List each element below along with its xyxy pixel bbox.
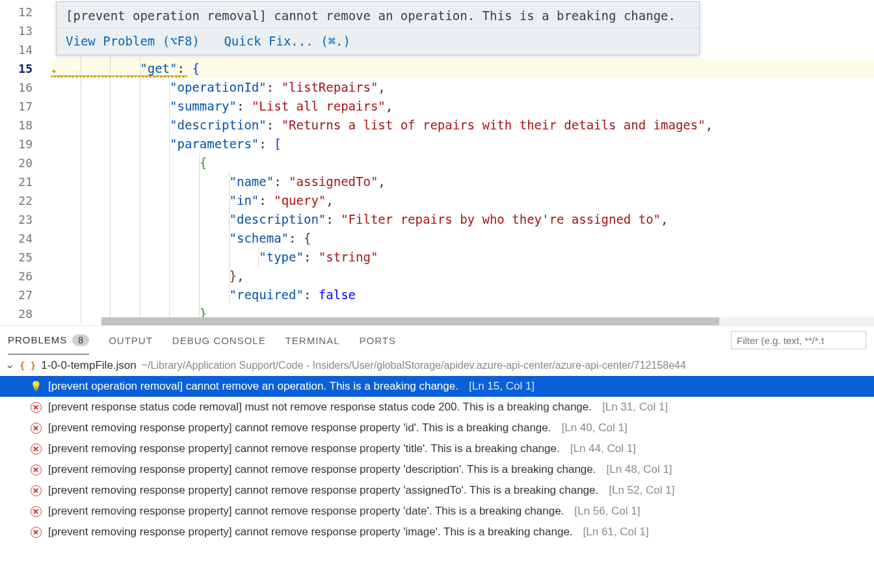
code-line[interactable]: "description": "Returns a list of repair…: [51, 116, 874, 135]
problem-message: [prevent removing response property] can…: [48, 526, 573, 539]
code-line[interactable]: "description": "Filter repairs by who th…: [51, 210, 874, 229]
editor-area: [prevent operation removal] cannot remov…: [0, 0, 874, 325]
problem-row[interactable]: [prevent removing response property] can…: [0, 480, 874, 501]
problem-row[interactable]: [prevent removing response property] can…: [0, 418, 874, 438]
line-number: 16: [0, 78, 33, 97]
problem-row[interactable]: [prevent removing response property] can…: [0, 459, 874, 480]
problem-row[interactable]: [prevent removing response property] can…: [0, 522, 874, 542]
line-number: 21: [0, 172, 33, 191]
problems-filter-input[interactable]: [731, 331, 866, 349]
line-number: 28: [0, 304, 33, 323]
code-line[interactable]: "summary": "List all repairs",: [51, 97, 874, 116]
problem-location: [Ln 15, Col 1]: [469, 380, 535, 393]
line-number: 26: [0, 267, 33, 286]
code-line[interactable]: "required": false: [51, 286, 874, 304]
line-number: 25: [0, 248, 33, 267]
problem-location: [Ln 40, Col 1]: [561, 421, 627, 434]
tab-ports[interactable]: PORTS: [360, 326, 396, 354]
error-icon: [31, 402, 42, 413]
json-file-icon: [20, 360, 36, 371]
code-line[interactable]: "parameters": [: [51, 135, 874, 154]
problem-location: [Ln 61, Col 1]: [583, 526, 649, 539]
code-line[interactable]: "name": "assignedTo",: [51, 172, 874, 191]
problems-file-name: 1-0-0-tempFile.json: [41, 359, 136, 372]
line-number: 13: [0, 21, 33, 40]
error-icon: [31, 485, 42, 496]
code-line[interactable]: "in": "query",: [51, 191, 874, 210]
view-problem-link[interactable]: View Problem (⌥F8): [66, 34, 200, 48]
problems-file-path: ~/Library/Application Support/Code - Ins…: [142, 360, 686, 371]
problem-row[interactable]: [prevent removing response property] can…: [0, 501, 874, 522]
problem-message: [prevent operation removal] cannot remov…: [48, 380, 458, 393]
problem-location: [Ln 31, Col 1]: [602, 401, 668, 414]
problems-file-row[interactable]: ⌄ 1-0-0-tempFile.json ~/Library/Applicat…: [0, 354, 874, 376]
warning-squiggle: [51, 75, 187, 77]
line-number: 27: [0, 286, 33, 304]
code-line[interactable]: "operationId": "listRepairs",: [51, 78, 874, 97]
line-number-gutter: 1213141516171819202122232425262728: [0, 0, 51, 325]
problems-list: ⌄ 1-0-0-tempFile.json ~/Library/Applicat…: [0, 354, 874, 588]
tab-debug-console[interactable]: DEBUG CONSOLE: [172, 326, 266, 354]
error-icon: [31, 527, 42, 538]
error-icon: [31, 506, 42, 517]
error-icon: [31, 444, 42, 455]
problem-message: [prevent removing response property] can…: [48, 442, 560, 455]
problem-message: [prevent removing response property] can…: [48, 463, 596, 476]
line-number: 23: [0, 210, 33, 229]
error-icon: [31, 464, 42, 475]
code-line[interactable]: {: [51, 154, 874, 172]
line-number: 14: [0, 40, 33, 59]
tab-terminal[interactable]: TERMINAL: [285, 326, 340, 354]
chevron-down-icon: ⌄: [5, 358, 14, 371]
problem-message: [prevent removing response property] can…: [48, 505, 564, 518]
line-number: 19: [0, 135, 33, 154]
tooltip-message: [prevent operation removal] cannot remov…: [57, 2, 699, 28]
code-line[interactable]: },: [51, 267, 874, 286]
problem-message: [prevent response status code removal] m…: [48, 401, 592, 414]
problem-message: [prevent removing response property] can…: [48, 421, 551, 434]
code-line[interactable]: ✦ "get": {: [51, 59, 874, 78]
code-line[interactable]: "type": "string": [51, 248, 874, 267]
problem-location: [Ln 56, Col 1]: [574, 505, 640, 518]
problem-row[interactable]: [prevent removing response property] can…: [0, 438, 874, 459]
quick-fix-link[interactable]: Quick Fix... (⌘.): [224, 34, 351, 48]
line-number: 18: [0, 116, 33, 135]
line-number: 20: [0, 154, 33, 172]
problems-count-badge: 8: [72, 334, 89, 346]
line-number: 22: [0, 191, 33, 210]
panel-tabs: PROBLEMS 8 OUTPUT DEBUG CONSOLE TERMINAL…: [0, 326, 874, 354]
code-line[interactable]: "schema": {: [51, 229, 874, 248]
scrollbar-thumb[interactable]: [101, 317, 719, 325]
line-number: 15: [0, 59, 33, 78]
bottom-panel: PROBLEMS 8 OUTPUT DEBUG CONSOLE TERMINAL…: [0, 325, 874, 588]
line-number: 17: [0, 97, 33, 116]
problem-location: [Ln 44, Col 1]: [570, 442, 636, 455]
error-icon: [31, 423, 42, 434]
problem-location: [Ln 52, Col 1]: [609, 484, 674, 497]
tab-problems[interactable]: PROBLEMS 8: [8, 326, 89, 354]
hover-tooltip: [prevent operation removal] cannot remov…: [56, 1, 700, 55]
problem-row[interactable]: [prevent response status code removal] m…: [0, 397, 874, 418]
tab-output[interactable]: OUTPUT: [109, 326, 153, 354]
line-number: 12: [0, 3, 33, 21]
problem-message: [prevent removing response property] can…: [48, 484, 598, 497]
line-number: 24: [0, 229, 33, 248]
tooltip-actions: View Problem (⌥F8) Quick Fix... (⌘.): [57, 28, 699, 55]
problem-location: [Ln 48, Col 1]: [606, 463, 672, 476]
horizontal-scrollbar[interactable]: [101, 317, 874, 325]
lightbulb-icon: 💡: [30, 381, 42, 392]
problem-row[interactable]: 💡[prevent operation removal] cannot remo…: [0, 376, 874, 397]
